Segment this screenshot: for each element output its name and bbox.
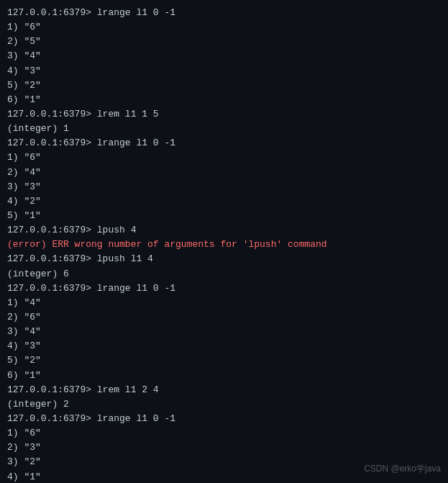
terminal-line: 1) "6" <box>7 150 441 165</box>
terminal-window: 127.0.0.1:6379> lrange l1 0 -11) "6"2) "… <box>0 0 448 483</box>
terminal-line: 127.0.0.1:6379> lrem l1 1 5 <box>7 107 441 122</box>
terminal-line: 127.0.0.1:6379> lrange l1 0 -1 <box>7 6 441 20</box>
terminal-line: 5) "2" <box>7 353 441 368</box>
terminal-line: 1) "4" <box>7 296 441 310</box>
terminal-line: 1) "6" <box>7 426 441 441</box>
terminal-line: 6) "1" <box>7 369 441 383</box>
terminal-line: 2) "5" <box>7 35 441 49</box>
terminal-line: 127.0.0.1:6379> lpush 4 <box>7 223 441 238</box>
terminal-line: (integer) 1 <box>7 122 441 136</box>
terminal-line: 2) "4" <box>7 166 441 180</box>
terminal-line: 127.0.0.1:6379> lpush l1 4 <box>7 252 441 266</box>
terminal-line: 1) "6" <box>7 20 441 35</box>
terminal-line: 4) "2" <box>7 194 441 209</box>
terminal-line: 2) "6" <box>7 310 441 325</box>
terminal-line: 5) "1" <box>7 209 441 223</box>
terminal-line: 127.0.0.1:6379> lrange l1 0 -1 <box>7 136 441 150</box>
terminal-line: 4) "3" <box>7 339 441 353</box>
terminal-line: 3) "4" <box>7 325 441 339</box>
watermark: CSDN @erko学java <box>364 462 441 476</box>
terminal-line: 2) "3" <box>7 441 441 455</box>
terminal-line: (integer) 2 <box>7 397 441 412</box>
terminal-line: 127.0.0.1:6379> lrange l1 0 -1 <box>7 281 441 296</box>
terminal-line: 5) "2" <box>7 78 441 93</box>
terminal-line: (integer) 6 <box>7 267 441 281</box>
terminal-line: 3) "3" <box>7 180 441 194</box>
terminal-line: (error) ERR wrong number of arguments fo… <box>7 238 441 252</box>
terminal-content: 127.0.0.1:6379> lrange l1 0 -11) "6"2) "… <box>7 6 441 483</box>
terminal-line: 4) "3" <box>7 64 441 78</box>
terminal-line: 127.0.0.1:6379> lrange l1 0 -1 <box>7 412 441 426</box>
terminal-line: 3) "4" <box>7 49 441 63</box>
terminal-line: 127.0.0.1:6379> lrem l1 2 4 <box>7 383 441 397</box>
terminal-line: 6) "1" <box>7 93 441 107</box>
